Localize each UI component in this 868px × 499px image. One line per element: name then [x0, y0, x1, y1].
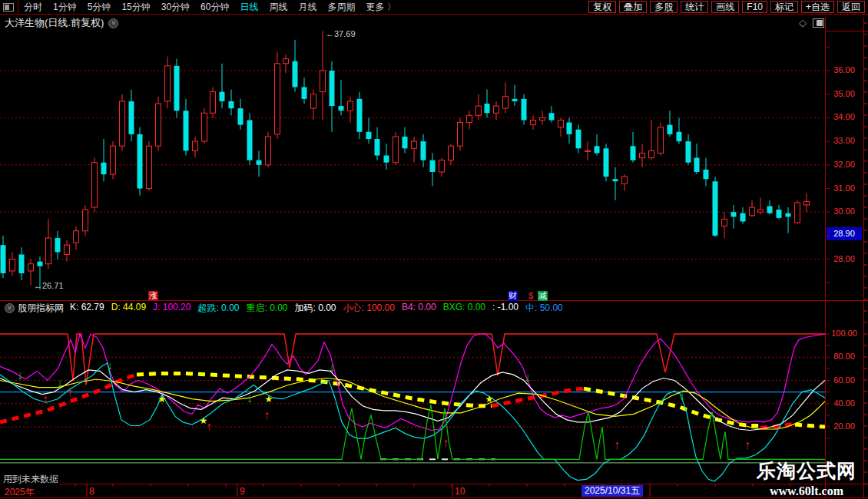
buy-arrow-icon: ↑ — [67, 385, 73, 398]
diamond-icon[interactable]: ◇ — [799, 17, 807, 28]
app-window-icon[interactable] — [3, 3, 14, 12]
menu-item-5分钟[interactable]: 5分钟 — [88, 1, 111, 14]
indicator-axis-label: 20.00 — [827, 421, 862, 431]
tool-buttons: 复权叠加多股统计画线F10标记+自选返回 — [585, 1, 865, 13]
current-price-tag: 28.90 — [827, 227, 862, 240]
indicator-field-超跌: 超跌: 0.00 — [197, 302, 239, 315]
menu-item-30分钟[interactable]: 30分钟 — [161, 1, 190, 14]
toolbar-button-叠加[interactable]: 叠加 — [619, 1, 647, 13]
toolbar-button-返回[interactable]: 返回 — [837, 1, 865, 13]
star-icon: ★ — [200, 415, 208, 426]
indicator-field-中: 中: 50.00 — [525, 302, 563, 315]
chart-title-row: 大洋生物(日线.前复权) ˅ — [0, 15, 825, 31]
menu-item-日线[interactable]: 日线 — [240, 1, 258, 14]
sell-arrow-icon: ↓ — [107, 359, 113, 372]
indicator-header: ˅ 股朋指标网 K: 62.79D: 44.09J: 100.20超跌: 0.0… — [0, 301, 825, 315]
sell-arrow-icon: ↓ — [525, 371, 531, 384]
price-axis-label: 32.00 — [827, 160, 862, 169]
price-axis-label: 34.00 — [827, 112, 862, 121]
date-ticks — [0, 484, 868, 497]
indicator-field-加码: 加码: 0.00 — [295, 302, 336, 315]
buy-arrow-icon: ↑ — [614, 438, 620, 451]
sell-arrow-icon: ↓ — [17, 368, 23, 382]
star-icon: ★ — [485, 394, 494, 405]
event-badge-减: 减 — [538, 291, 548, 301]
indicator-field-D: D: 44.09 — [111, 302, 146, 315]
right-scroll-strip[interactable] — [864, 17, 868, 497]
indicator-line-J — [0, 334, 825, 431]
indicator-values: K: 62.79D: 44.09J: 100.20超跌: 0.00重启: 0.0… — [70, 302, 570, 315]
selected-date-tag[interactable]: 2025/10/31五 — [581, 485, 643, 497]
period-menu: 分时1分钟5分钟15分钟30分钟60分钟日线周线月线多周期更多 〉 — [18, 1, 585, 14]
price-axis-label: 33.00 — [827, 136, 862, 145]
menu-item-1分钟[interactable]: 1分钟 — [53, 1, 77, 14]
menu-item-15分钟[interactable]: 15分钟 — [121, 1, 150, 14]
watermark-site-name: 乐淘公式网 — [749, 458, 864, 484]
toolbar-button-多股[interactable]: 多股 — [650, 1, 678, 13]
indicator-axis-label: 60.00 — [827, 375, 862, 385]
buy-arrow-icon: ↑ — [263, 408, 270, 421]
event-badge-财: 财 — [508, 291, 518, 301]
window-icons: ◇ — [799, 17, 824, 28]
future-data-note: 用到未来数据 — [2, 473, 60, 486]
buy-arrow-icon: ↑ — [42, 392, 48, 405]
event-badge-$: $ — [528, 291, 534, 301]
menu-item-月线[interactable]: 月线 — [298, 1, 316, 14]
date-label-10: 10 — [455, 486, 465, 497]
price-axis-label: 36.00 — [827, 65, 862, 74]
candlestick-chart[interactable] — [0, 31, 825, 299]
indicator-axis-label: 40.00 — [827, 398, 862, 408]
indicator-chart[interactable]: ↑↑↑↑↑↑↑↓↓↓↓↓↓↓★★★★ — [0, 315, 825, 484]
date-label-2025年: 2025年 — [5, 486, 35, 499]
page-title: 大洋生物(日线.前复权) — [5, 16, 104, 30]
sell-arrow-icon: ↓ — [57, 376, 63, 389]
price-axis-label: 28.00 — [827, 254, 862, 263]
low-price-annotation: ←26.71 — [34, 281, 64, 290]
price-axis-label: 30.00 — [827, 207, 862, 216]
trading-app-window: 分时1分钟5分钟15分钟30分钟60分钟日线周线月线多周期更多 〉 复权叠加多股… — [0, 0, 868, 499]
sell-arrow-icon: ↓ — [329, 361, 335, 374]
menu-item-60分钟[interactable]: 60分钟 — [200, 1, 229, 14]
indicator-axis-label: 80.00 — [827, 352, 862, 361]
indicator-field-小心: 小心: 100.00 — [343, 302, 395, 315]
price-axis-label: 35.00 — [827, 89, 862, 98]
menu-item-周线[interactable]: 周线 — [269, 1, 287, 14]
toolbar-button-画线[interactable]: 画线 — [711, 1, 739, 13]
chevron-down-icon[interactable]: ˅ — [5, 303, 15, 313]
indicator-field-B4: B4: 0.00 — [402, 302, 436, 315]
date-axis: 2025年8910 2025/10/31五 — [0, 484, 868, 497]
indicator-field-J: J: 100.20 — [153, 302, 190, 315]
indicator-name: 股朋指标网 — [18, 302, 64, 315]
panel-layout-icon[interactable] — [813, 18, 824, 28]
toolbar-button-F10[interactable]: F10 — [742, 1, 767, 13]
indicator-axis-label: 100.00 — [827, 329, 862, 338]
watermark-url: www.60lt.com — [749, 484, 864, 498]
toolbar-button-标记[interactable]: 标记 — [770, 1, 798, 13]
indicator-field-anon: : -1.00 — [492, 302, 518, 315]
menu-item-更多[interactable]: 更多 〉 — [366, 1, 396, 14]
toolbar-button-复权[interactable]: 复权 — [588, 1, 616, 13]
bottom-border — [0, 497, 868, 498]
menu-item-多周期[interactable]: 多周期 — [327, 1, 355, 14]
price-axis-label: 31.00 — [827, 183, 862, 193]
date-label-9: 9 — [240, 486, 245, 497]
indicator-field-K: K: 62.79 — [70, 302, 104, 315]
chevron-down-icon[interactable]: ˅ — [108, 18, 118, 28]
toolbar-button-自选[interactable]: +自选 — [801, 1, 834, 13]
event-badge-涨: 涨 — [148, 291, 158, 301]
indicator-line-caution — [0, 334, 825, 385]
star-icon: ★ — [158, 394, 167, 405]
menu-item-分时[interactable]: 分时 — [24, 1, 42, 14]
sell-arrow-icon: ↓ — [679, 389, 685, 402]
toolbar-button-统计[interactable]: 统计 — [681, 1, 708, 13]
high-price-annotation: ←37.69 — [326, 29, 356, 38]
buy-arrow-icon: ↑ — [442, 436, 449, 449]
watermark: 乐淘公式网 www.60lt.com — [749, 458, 864, 498]
axis-top-border — [825, 31, 868, 31]
indicator-field-BXG: BXG: 0.00 — [443, 302, 485, 315]
buy-arrow-icon: ↑ — [744, 438, 750, 451]
star-icon: ★ — [265, 394, 273, 405]
date-label-8: 8 — [89, 486, 94, 497]
indicator-field-重启: 重启: 0.00 — [246, 302, 287, 315]
axis-tick-marks — [826, 31, 830, 491]
